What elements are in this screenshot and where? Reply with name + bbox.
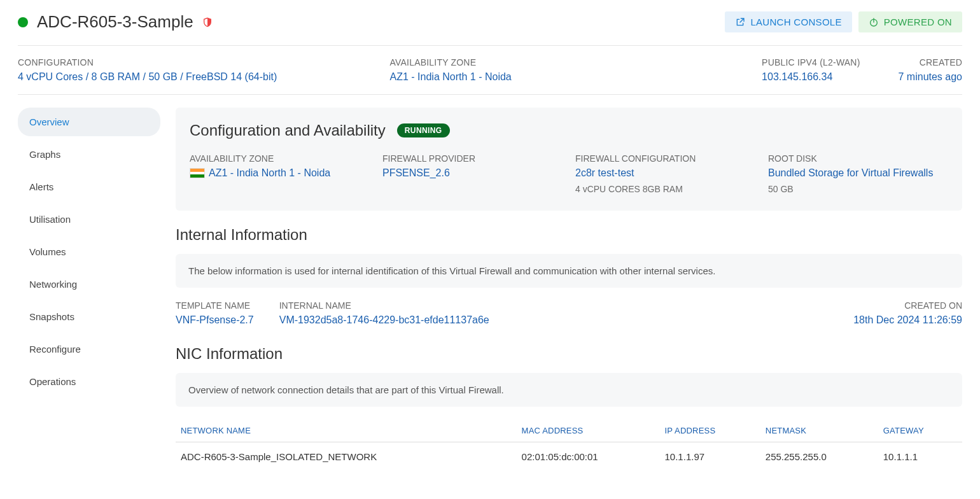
availability-zone-value[interactable]: AZ1 - India North 1 - Noida [390, 71, 724, 83]
sidebar-item-utilisation[interactable]: Utilisation [18, 205, 160, 234]
cfg-fwconfig-sub: 4 vCPU CORES 8GB RAM [575, 184, 755, 194]
sidebar-item-reconfigure[interactable]: Reconfigure [18, 335, 160, 363]
nic-th-ip[interactable]: IP ADDRESS [660, 419, 760, 442]
nic-th-name[interactable]: NETWORK NAME [176, 419, 517, 442]
cfg-fwconfig-value[interactable]: 2c8r test-test [575, 167, 755, 179]
internal-name-value[interactable]: VM-1932d5a8-1746-4229-bc31-efde11137a6e [279, 314, 828, 326]
cfg-provider-label: FIREWALL PROVIDER [382, 153, 563, 164]
cfg-rootdisk-sub: 50 GB [768, 184, 948, 194]
created-on-value[interactable]: 18th Dec 2024 11:26:59 [853, 314, 962, 326]
public-ip-value[interactable]: 103.145.166.34 [762, 71, 860, 83]
availability-zone-label: AVAILABILITY ZONE [390, 57, 724, 67]
internal-info-title: Internal Information [176, 226, 962, 244]
page-title: ADC-R605-3-Sample [37, 12, 193, 32]
status-indicator-icon [18, 17, 28, 27]
internal-info-note: The below information is used for intern… [176, 254, 962, 288]
template-name-label: TEMPLATE NAME [176, 300, 254, 311]
created-value[interactable]: 7 minutes ago [899, 71, 963, 83]
nic-cell-netmask: 255.255.255.0 [760, 442, 878, 472]
sidebar-item-alerts[interactable]: Alerts [18, 172, 160, 201]
nic-table: NETWORK NAME MAC ADDRESS IP ADDRESS NETM… [176, 419, 962, 471]
sidebar: Overview Graphs Alerts Utilisation Volum… [18, 108, 160, 471]
main-content: Configuration and Availability RUNNING A… [176, 108, 962, 471]
config-panel: Configuration and Availability RUNNING A… [176, 108, 962, 211]
sidebar-item-overview[interactable]: Overview [18, 108, 160, 136]
cfg-az-label: AVAILABILITY ZONE [190, 153, 370, 164]
cfg-az-value[interactable]: AZ1 - India North 1 - Noida [209, 167, 330, 179]
created-label: CREATED [899, 57, 963, 67]
cfg-fwconfig-label: FIREWALL CONFIGURATION [575, 153, 755, 164]
nic-th-mac[interactable]: MAC ADDRESS [517, 419, 660, 442]
nic-info-title: NIC Information [176, 345, 962, 363]
sidebar-item-snapshots[interactable]: Snapshots [18, 302, 160, 331]
sidebar-item-networking[interactable]: Networking [18, 270, 160, 299]
nic-cell-name: ADC-R605-3-Sample_ISOLATED_NETWORK [176, 442, 517, 472]
launch-console-button[interactable]: LAUNCH CONSOLE [725, 11, 851, 32]
config-panel-title: Configuration and Availability [190, 122, 386, 139]
internal-name-label: INTERNAL NAME [279, 300, 828, 311]
page-header: ADC-R605-3-Sample LAUNCH CONSOLE POWERED… [18, 11, 962, 46]
running-badge: RUNNING [397, 123, 450, 137]
cfg-rootdisk-value[interactable]: Bundled Storage for Virtual Firewalls [768, 167, 948, 179]
table-row[interactable]: ADC-R605-3-Sample_ISOLATED_NETWORK 02:01… [176, 442, 962, 472]
cfg-provider-value[interactable]: PFSENSE_2.6 [382, 167, 563, 179]
india-flag-icon [190, 168, 205, 178]
nic-cell-mac: 02:01:05:dc:00:01 [517, 442, 660, 472]
nic-cell-gateway: 10.1.1.1 [878, 442, 962, 472]
power-icon [869, 17, 879, 27]
nic-info-note: Overview of network connection details t… [176, 373, 962, 407]
sidebar-item-graphs[interactable]: Graphs [18, 140, 160, 169]
sidebar-item-operations[interactable]: Operations [18, 367, 160, 396]
sidebar-item-volumes[interactable]: Volumes [18, 237, 160, 266]
configuration-label: CONFIGURATION [18, 57, 352, 67]
template-name-value[interactable]: VNF-Pfsense-2.7 [176, 314, 254, 326]
public-ip-label: PUBLIC IPV4 (L2-WAN) [762, 57, 860, 67]
created-on-label: CREATED ON [853, 300, 962, 311]
nic-th-netmask[interactable]: NETMASK [760, 419, 878, 442]
configuration-value[interactable]: 4 vCPU Cores / 8 GB RAM / 50 GB / FreeBS… [18, 71, 352, 83]
shield-icon [202, 17, 213, 28]
summary-bar: CONFIGURATION 4 vCPU Cores / 8 GB RAM / … [18, 46, 962, 95]
nic-th-gateway[interactable]: GATEWAY [878, 419, 962, 442]
power-label: POWERED ON [884, 17, 952, 27]
cfg-rootdisk-label: ROOT DISK [768, 153, 948, 164]
external-link-icon [735, 17, 745, 27]
power-button[interactable]: POWERED ON [858, 11, 962, 32]
launch-console-label: LAUNCH CONSOLE [750, 17, 841, 27]
nic-cell-ip: 10.1.1.97 [660, 442, 760, 472]
